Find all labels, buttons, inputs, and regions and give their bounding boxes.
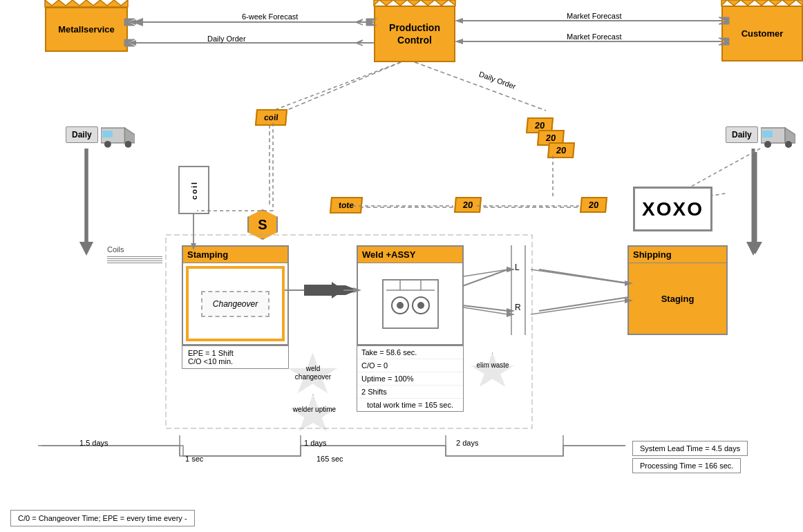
svg-marker-27 xyxy=(507,267,515,272)
right-truck-icon xyxy=(761,121,795,149)
kanban-box-3: 20 xyxy=(547,142,575,158)
svg-marker-6 xyxy=(128,40,136,46)
svg-marker-36 xyxy=(124,128,135,143)
daily-order-right-label: Daily Order xyxy=(478,70,517,91)
svg-marker-4 xyxy=(128,19,136,25)
kanban-before-shipping: 20 xyxy=(580,197,607,213)
svg-line-32 xyxy=(539,297,629,311)
daily-order-left-label: Daily Order xyxy=(207,35,246,43)
weld-assy-body xyxy=(358,263,462,344)
svg-rect-24 xyxy=(321,285,346,295)
left-truck: Daily xyxy=(66,117,135,152)
metallservice-box: Metallservice xyxy=(45,7,128,52)
production-control-label: ProductionControl xyxy=(389,21,440,46)
push-icon-s: S xyxy=(247,209,278,240)
svg-marker-84 xyxy=(748,242,762,254)
processing-time-box: Processing Time = 166 sec. xyxy=(632,458,741,473)
coil-symbol: coil xyxy=(178,166,209,214)
stamping-info: EPE = 1 Shift C/O <10 min. xyxy=(182,345,289,369)
svg-marker-0 xyxy=(45,0,128,7)
coil-tag-top: coil xyxy=(255,109,287,126)
weld-machine-icon xyxy=(379,276,442,332)
r-label: R xyxy=(515,303,521,312)
svg-rect-44 xyxy=(762,131,773,137)
system-lead-time-box: System Lead Time = 4.5 days xyxy=(632,441,748,456)
svg-marker-41 xyxy=(785,128,795,143)
weld-info: Take = 58.6 sec. C/O = 0 Uptime = 100% 2… xyxy=(357,345,464,412)
welder-uptime-burst: welder uptime xyxy=(289,394,337,435)
svg-marker-69 xyxy=(507,312,515,317)
stamping-title: Stamping xyxy=(183,247,287,263)
svg-marker-20 xyxy=(746,242,760,256)
svg-rect-39 xyxy=(102,131,113,137)
timeline-t3: 2 days xyxy=(456,439,478,447)
svg-rect-64 xyxy=(304,285,332,296)
right-truck-label: Daily xyxy=(726,126,758,143)
svg-point-42 xyxy=(764,141,771,148)
svg-marker-65 xyxy=(332,282,344,298)
svg-marker-10 xyxy=(455,39,463,44)
welder-uptime-label: welder uptime xyxy=(290,406,339,414)
svg-marker-18 xyxy=(79,242,93,256)
timeline-p1: 1 sec xyxy=(185,455,203,463)
shipping-process: Shipping Staging xyxy=(627,245,728,335)
timeline-t2: 1 days xyxy=(304,439,326,447)
svg-marker-1 xyxy=(374,0,455,6)
market-forecast-bottom-label: Market Forecast xyxy=(567,32,621,41)
svg-point-38 xyxy=(124,141,131,148)
elim-waste-burst xyxy=(470,352,515,390)
shipping-title: Shipping xyxy=(629,247,726,263)
customer-box: Customer xyxy=(721,6,803,61)
svg-line-72 xyxy=(531,301,626,314)
customer-label: Customer xyxy=(741,28,784,39)
svg-line-66 xyxy=(464,269,508,276)
kanban-mid: 20 xyxy=(454,197,482,213)
elim-waste-label: elim waste xyxy=(471,361,514,370)
svg-marker-2 xyxy=(721,0,803,6)
svg-line-78 xyxy=(273,62,401,111)
svg-line-80 xyxy=(691,149,760,187)
weld-assy-title: Weld +ASSY xyxy=(358,247,462,263)
stamping-process: Stamping Changeover xyxy=(182,245,289,345)
lr-buffer xyxy=(508,245,529,335)
xoxo-box: XOXO xyxy=(633,187,712,231)
tote-tag: tote xyxy=(330,197,363,213)
right-truck: Daily xyxy=(726,117,802,152)
svg-marker-23 xyxy=(310,287,318,293)
timeline-svg xyxy=(38,435,632,470)
legend-box: C/0 = Changeover Time; EPE = every time … xyxy=(10,510,195,526)
svg-marker-29 xyxy=(507,308,515,314)
timeline-p2: 165 sec xyxy=(317,455,343,463)
market-forecast-top-label: Market Forecast xyxy=(567,12,621,20)
svg-point-49 xyxy=(417,302,424,309)
l-label: L xyxy=(515,263,520,272)
shipping-body: Staging xyxy=(629,263,726,334)
svg-marker-82 xyxy=(79,242,93,254)
coils-inventory: Coils xyxy=(107,245,162,265)
svg-point-43 xyxy=(785,141,792,148)
svg-point-37 xyxy=(104,141,111,148)
svg-line-30 xyxy=(539,269,629,283)
svg-point-47 xyxy=(397,302,404,309)
weld-changeover-label: weld changeover xyxy=(289,365,337,381)
svg-line-70 xyxy=(531,269,626,283)
weld-assy-process: Weld +ASSY xyxy=(357,245,464,345)
metallservice-label: Metallservice xyxy=(58,24,115,35)
left-truck-label: Daily xyxy=(66,126,98,143)
svg-line-68 xyxy=(464,307,508,314)
svg-rect-45 xyxy=(383,280,438,328)
diagram-container: Metallservice ProductionControl Customer… xyxy=(0,0,803,532)
forecast-6week-label: 6-week Forecast xyxy=(242,12,298,21)
timeline-t1: 1.5 days xyxy=(79,439,108,447)
svg-line-12 xyxy=(270,62,401,117)
svg-marker-8 xyxy=(455,18,463,23)
stamping-body: Changeover xyxy=(186,266,285,341)
production-control-box: ProductionControl xyxy=(374,6,455,62)
left-truck-icon xyxy=(101,121,135,149)
svg-marker-67 xyxy=(507,267,515,272)
